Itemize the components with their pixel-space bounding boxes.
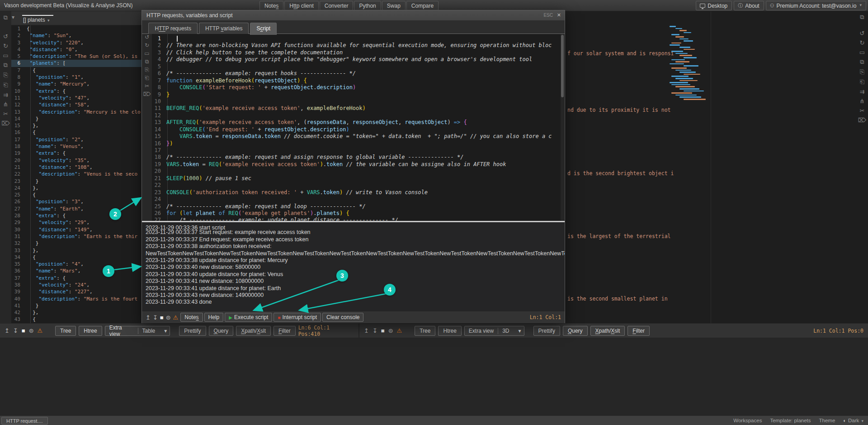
- redo-icon[interactable]: ↻: [0, 43, 11, 49]
- xpath-xslt-button[interactable]: Xpath/Xslt: [590, 326, 625, 336]
- chevron-down-icon[interactable]: ▾: [12, 14, 14, 20]
- database-icon[interactable]: ⊜: [29, 327, 34, 334]
- json-editor-left[interactable]: 1{2 "name": "Sun",3 "velocity": "220",4 …: [11, 25, 142, 323]
- paste-icon[interactable]: ⎘: [0, 72, 11, 79]
- minimized-dialog-button[interactable]: HTTP request....: [1, 417, 48, 425]
- scrollbar-thumb[interactable]: [561, 35, 564, 97]
- menu-item-http-client[interactable]: Http client: [284, 1, 318, 10]
- square-icon[interactable]: ■: [160, 314, 164, 321]
- scrollbar[interactable]: [561, 34, 564, 221]
- breadcrumb[interactable]: [] planets ▾: [22, 15, 53, 23]
- json-editor-right[interactable]: f our solar system and is responsind due…: [565, 11, 868, 323]
- minimap[interactable]: [669, 26, 710, 107]
- cut-icon[interactable]: ✂: [142, 83, 152, 89]
- delete-icon[interactable]: ⌦: [142, 91, 152, 97]
- paste-special-icon[interactable]: ⎗: [142, 75, 152, 81]
- select-icon[interactable]: ▭: [142, 50, 152, 57]
- copy-icon[interactable]: ⧉: [142, 58, 152, 65]
- square-icon[interactable]: ■: [22, 327, 25, 334]
- undo-icon[interactable]: ↺: [0, 33, 11, 40]
- square-icon[interactable]: ■: [381, 327, 385, 334]
- paste-special-icon[interactable]: ⎗: [0, 81, 11, 89]
- desktop-button[interactable]: Desktop: [696, 1, 732, 10]
- redo-icon[interactable]: ↻: [142, 42, 152, 48]
- delete-icon[interactable]: ⌦: [856, 117, 868, 124]
- theme-select[interactable]: ◐Dark ▾: [843, 418, 863, 423]
- dialog-titlebar[interactable]: HTTP requests, variables and script ESC …: [142, 10, 565, 20]
- code-line: 20: [152, 168, 561, 175]
- menu-item-notes[interactable]: Notes: [259, 1, 283, 10]
- script-console[interactable]: 2023-11-29 00:33:36 start script2023-11-…: [142, 222, 565, 311]
- select-icon[interactable]: ▭: [0, 52, 11, 59]
- cut-icon[interactable]: ✂: [856, 107, 868, 114]
- filter-button[interactable]: Filter: [274, 326, 296, 336]
- help-button[interactable]: Help: [204, 313, 224, 322]
- query-button[interactable]: Query: [209, 326, 234, 336]
- workspaces-button[interactable]: Workspaces: [733, 418, 762, 423]
- import-icon[interactable]: ↥: [364, 327, 369, 334]
- tab-http-requests[interactable]: HTTP requests: [148, 23, 198, 34]
- copy-icon[interactable]: ⧉: [0, 62, 11, 69]
- select-icon[interactable]: ▭: [856, 49, 868, 56]
- copy-icon[interactable]: ⧉: [856, 58, 868, 66]
- paste-icon[interactable]: ⎘: [142, 67, 152, 73]
- prettify-button[interactable]: Prettify: [179, 326, 206, 336]
- interrupt-script-button[interactable]: ■Interrupt script: [274, 313, 321, 322]
- import-icon[interactable]: ↥: [5, 327, 9, 334]
- duplicate-view-icon[interactable]: ⧉: [0, 14, 11, 21]
- reorder-icon[interactable]: ⇉: [856, 88, 868, 95]
- duplicate-view-icon[interactable]: ⧉: [856, 14, 868, 21]
- import-icon[interactable]: ↥: [146, 314, 151, 321]
- structure-icon[interactable]: ⋔: [856, 98, 868, 105]
- undo-icon[interactable]: ↺: [142, 34, 152, 40]
- extra-view-button[interactable]: Extra view: [465, 328, 498, 334]
- menu-item-swap[interactable]: Swap: [382, 1, 406, 10]
- undo-icon[interactable]: ↺: [856, 30, 868, 37]
- extra-view-button[interactable]: Extra view: [105, 325, 138, 337]
- paste-special-icon[interactable]: ⎗: [856, 78, 868, 86]
- warning-icon[interactable]: ⚠: [173, 314, 179, 321]
- menu-item-python[interactable]: Python: [354, 1, 381, 10]
- htree-button[interactable]: Htree: [438, 326, 461, 336]
- redo-icon[interactable]: ↻: [856, 39, 868, 46]
- tab-http-variables[interactable]: HTTP variables: [199, 23, 249, 34]
- export-icon[interactable]: ↧: [153, 314, 158, 321]
- paste-icon[interactable]: ⎘: [856, 68, 868, 76]
- table-view-button[interactable]: Table: [138, 328, 160, 334]
- cut-icon[interactable]: ✂: [0, 110, 11, 117]
- about-button[interactable]: ⓘ About: [734, 1, 764, 10]
- xpath-xslt-button[interactable]: Xpath/Xslt: [236, 326, 271, 336]
- tree-button[interactable]: Tree: [415, 326, 435, 336]
- extra-view-selector[interactable]: Extra view3D▾: [464, 326, 524, 336]
- query-button[interactable]: Query: [563, 326, 588, 336]
- htree-button[interactable]: Htree: [79, 326, 102, 336]
- database-icon[interactable]: ⊜: [388, 327, 393, 334]
- tab-script[interactable]: Script: [250, 23, 277, 35]
- cursor-position: Ln:1 Col:1 Pos:0: [813, 328, 863, 334]
- menu-item-converter[interactable]: Converter: [320, 1, 354, 10]
- line-number: 9: [152, 91, 166, 98]
- notes-button[interactable]: Notes: [180, 313, 203, 322]
- database-icon[interactable]: ⊜: [166, 314, 171, 321]
- top-right-menu: Desktop ⓘ About ⚇ Premium Account: test@…: [696, 0, 866, 11]
- warning-icon[interactable]: ⚠: [38, 327, 43, 334]
- filter-button[interactable]: Filter: [627, 326, 650, 336]
- prettify-button[interactable]: Prettify: [533, 326, 560, 336]
- menu-item-compare[interactable]: Compare: [406, 1, 439, 10]
- minimap-line: [671, 92, 692, 94]
- warning-icon[interactable]: ⚠: [397, 327, 402, 334]
- clear-console-button[interactable]: Clear console: [322, 313, 363, 322]
- structure-icon[interactable]: ⋔: [0, 101, 11, 108]
- delete-icon[interactable]: ⌦: [0, 120, 11, 127]
- export-icon[interactable]: ↧: [373, 327, 377, 334]
- reorder-icon[interactable]: ⇉: [0, 91, 11, 98]
- extra-view-selector[interactable]: Extra viewTable▾: [105, 326, 170, 336]
- execute-script-button[interactable]: ▶Execute script: [225, 313, 272, 322]
- line-number: 23: [152, 189, 166, 196]
- script-editor[interactable]: ↺↻▭⧉⎘⎗✂⌦ 12// There are non-blocking Vas…: [142, 34, 565, 221]
- export-icon[interactable]: ↧: [13, 327, 18, 334]
- 3d-view-button[interactable]: 3D: [498, 328, 513, 334]
- tree-button[interactable]: Tree: [55, 326, 76, 336]
- close-icon[interactable]: ✕: [557, 12, 561, 18]
- account-button[interactable]: ⚇ Premium Account: test@vason.io ▾: [766, 1, 866, 10]
